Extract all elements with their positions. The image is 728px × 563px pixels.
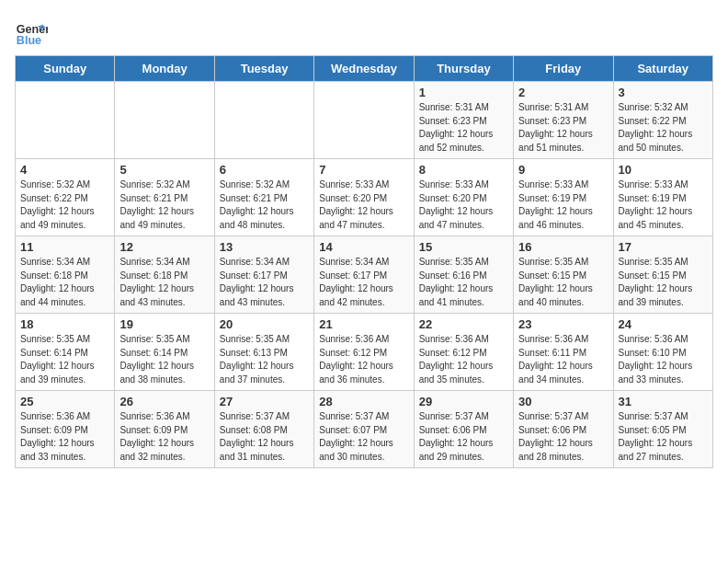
weekday-header: Wednesday	[314, 56, 414, 82]
day-info: Sunrise: 5:34 AM Sunset: 6:17 PM Dayligh…	[220, 256, 309, 309]
calendar-week-row: 1Sunrise: 5:31 AM Sunset: 6:23 PM Daylig…	[16, 82, 713, 159]
day-number: 19	[119, 317, 209, 331]
day-number: 18	[20, 317, 109, 331]
calendar-cell: 2Sunrise: 5:31 AM Sunset: 6:23 PM Daylig…	[514, 82, 613, 159]
calendar-cell: 6Sunrise: 5:32 AM Sunset: 6:21 PM Daylig…	[214, 159, 313, 236]
calendar-cell	[214, 82, 313, 159]
day-number: 28	[319, 395, 408, 408]
calendar-cell: 25Sunrise: 5:36 AM Sunset: 6:09 PM Dayli…	[16, 391, 115, 468]
svg-text:Blue: Blue	[17, 34, 41, 47]
calendar-cell: 5Sunrise: 5:32 AM Sunset: 6:21 PM Daylig…	[115, 159, 214, 236]
day-number: 24	[619, 317, 708, 331]
day-info: Sunrise: 5:35 AM Sunset: 6:13 PM Dayligh…	[220, 333, 309, 386]
calendar-week-row: 25Sunrise: 5:36 AM Sunset: 6:09 PM Dayli…	[16, 391, 713, 468]
calendar-cell: 21Sunrise: 5:36 AM Sunset: 6:12 PM Dayli…	[314, 314, 414, 391]
day-info: Sunrise: 5:33 AM Sunset: 6:19 PM Dayligh…	[518, 178, 608, 232]
day-number: 23	[518, 317, 608, 331]
calendar-cell: 28Sunrise: 5:37 AM Sunset: 6:07 PM Dayli…	[314, 391, 414, 468]
day-info: Sunrise: 5:33 AM Sunset: 6:20 PM Dayligh…	[419, 178, 508, 232]
day-number: 21	[319, 317, 408, 331]
day-info: Sunrise: 5:37 AM Sunset: 6:07 PM Dayligh…	[319, 410, 408, 464]
day-number: 16	[518, 240, 608, 254]
calendar-cell: 26Sunrise: 5:36 AM Sunset: 6:09 PM Dayli…	[115, 391, 214, 468]
day-info: Sunrise: 5:34 AM Sunset: 6:17 PM Dayligh…	[319, 256, 408, 309]
calendar-cell: 15Sunrise: 5:35 AM Sunset: 6:16 PM Dayli…	[414, 236, 513, 314]
day-info: Sunrise: 5:35 AM Sunset: 6:15 PM Dayligh…	[619, 256, 708, 309]
calendar-cell: 20Sunrise: 5:35 AM Sunset: 6:13 PM Dayli…	[214, 314, 313, 391]
day-number: 4	[20, 163, 109, 177]
calendar-cell: 1Sunrise: 5:31 AM Sunset: 6:23 PM Daylig…	[414, 82, 513, 159]
day-number: 11	[20, 240, 109, 254]
day-number: 31	[619, 395, 708, 408]
calendar-cell: 12Sunrise: 5:34 AM Sunset: 6:18 PM Dayli…	[115, 236, 214, 314]
day-number: 1	[419, 86, 508, 99]
day-info: Sunrise: 5:36 AM Sunset: 6:12 PM Dayligh…	[319, 333, 408, 386]
day-number: 8	[419, 163, 508, 177]
calendar-cell: 30Sunrise: 5:37 AM Sunset: 6:06 PM Dayli…	[514, 391, 613, 468]
day-info: Sunrise: 5:37 AM Sunset: 6:05 PM Dayligh…	[619, 410, 708, 464]
day-number: 20	[220, 317, 309, 331]
day-number: 26	[119, 395, 209, 408]
calendar-cell: 7Sunrise: 5:33 AM Sunset: 6:20 PM Daylig…	[314, 159, 414, 236]
day-info: Sunrise: 5:35 AM Sunset: 6:14 PM Dayligh…	[20, 333, 109, 386]
day-info: Sunrise: 5:36 AM Sunset: 6:12 PM Dayligh…	[419, 333, 508, 386]
day-info: Sunrise: 5:32 AM Sunset: 6:21 PM Dayligh…	[220, 178, 309, 232]
day-number: 13	[220, 240, 309, 254]
day-number: 22	[419, 317, 508, 331]
calendar-week-row: 4Sunrise: 5:32 AM Sunset: 6:22 PM Daylig…	[16, 159, 713, 236]
day-number: 12	[119, 240, 209, 254]
calendar-cell: 9Sunrise: 5:33 AM Sunset: 6:19 PM Daylig…	[514, 159, 613, 236]
calendar-cell: 17Sunrise: 5:35 AM Sunset: 6:15 PM Dayli…	[613, 236, 712, 314]
calendar-week-row: 18Sunrise: 5:35 AM Sunset: 6:14 PM Dayli…	[16, 314, 713, 391]
day-info: Sunrise: 5:36 AM Sunset: 6:09 PM Dayligh…	[20, 410, 109, 464]
day-info: Sunrise: 5:32 AM Sunset: 6:22 PM Dayligh…	[20, 178, 109, 232]
calendar-cell: 3Sunrise: 5:32 AM Sunset: 6:22 PM Daylig…	[613, 82, 712, 159]
calendar-cell: 31Sunrise: 5:37 AM Sunset: 6:05 PM Dayli…	[613, 391, 712, 468]
weekday-header: Saturday	[613, 56, 712, 82]
day-number: 2	[518, 86, 608, 99]
day-number: 25	[20, 395, 109, 408]
calendar-cell	[314, 82, 414, 159]
day-info: Sunrise: 5:32 AM Sunset: 6:21 PM Dayligh…	[119, 178, 209, 232]
calendar-cell: 16Sunrise: 5:35 AM Sunset: 6:15 PM Dayli…	[514, 236, 613, 314]
weekday-header-row: SundayMondayTuesdayWednesdayThursdayFrid…	[16, 56, 713, 82]
day-info: Sunrise: 5:37 AM Sunset: 6:06 PM Dayligh…	[419, 410, 508, 464]
calendar-week-row: 11Sunrise: 5:34 AM Sunset: 6:18 PM Dayli…	[16, 236, 713, 314]
calendar-cell: 29Sunrise: 5:37 AM Sunset: 6:06 PM Dayli…	[414, 391, 513, 468]
day-info: Sunrise: 5:32 AM Sunset: 6:22 PM Dayligh…	[619, 101, 708, 155]
day-info: Sunrise: 5:33 AM Sunset: 6:19 PM Dayligh…	[619, 178, 708, 232]
calendar-cell	[16, 82, 115, 159]
day-number: 15	[419, 240, 508, 254]
day-info: Sunrise: 5:35 AM Sunset: 6:14 PM Dayligh…	[119, 333, 209, 386]
weekday-header: Friday	[514, 56, 613, 82]
calendar-cell: 27Sunrise: 5:37 AM Sunset: 6:08 PM Dayli…	[214, 391, 313, 468]
calendar-cell: 18Sunrise: 5:35 AM Sunset: 6:14 PM Dayli…	[16, 314, 115, 391]
day-number: 30	[518, 395, 608, 408]
day-number: 7	[319, 163, 408, 177]
day-info: Sunrise: 5:36 AM Sunset: 6:11 PM Dayligh…	[518, 333, 608, 386]
day-number: 27	[220, 395, 309, 408]
logo: General Blue	[15, 15, 48, 48]
weekday-header: Tuesday	[214, 56, 313, 82]
day-number: 17	[619, 240, 708, 254]
calendar-cell: 8Sunrise: 5:33 AM Sunset: 6:20 PM Daylig…	[414, 159, 513, 236]
day-info: Sunrise: 5:35 AM Sunset: 6:15 PM Dayligh…	[518, 256, 608, 309]
day-number: 14	[319, 240, 408, 254]
calendar-cell: 11Sunrise: 5:34 AM Sunset: 6:18 PM Dayli…	[16, 236, 115, 314]
calendar-cell: 14Sunrise: 5:34 AM Sunset: 6:17 PM Dayli…	[314, 236, 414, 314]
day-info: Sunrise: 5:31 AM Sunset: 6:23 PM Dayligh…	[518, 101, 608, 155]
calendar-cell: 4Sunrise: 5:32 AM Sunset: 6:22 PM Daylig…	[16, 159, 115, 236]
calendar-cell: 10Sunrise: 5:33 AM Sunset: 6:19 PM Dayli…	[613, 159, 712, 236]
weekday-header: Monday	[115, 56, 214, 82]
calendar-cell	[115, 82, 214, 159]
day-info: Sunrise: 5:35 AM Sunset: 6:16 PM Dayligh…	[419, 256, 508, 309]
calendar-cell: 23Sunrise: 5:36 AM Sunset: 6:11 PM Dayli…	[514, 314, 613, 391]
day-info: Sunrise: 5:34 AM Sunset: 6:18 PM Dayligh…	[119, 256, 209, 309]
day-number: 9	[518, 163, 608, 177]
day-info: Sunrise: 5:31 AM Sunset: 6:23 PM Dayligh…	[419, 101, 508, 155]
calendar-cell: 13Sunrise: 5:34 AM Sunset: 6:17 PM Dayli…	[214, 236, 313, 314]
day-number: 6	[220, 163, 309, 177]
calendar-cell: 19Sunrise: 5:35 AM Sunset: 6:14 PM Dayli…	[115, 314, 214, 391]
weekday-header: Sunday	[16, 56, 115, 82]
day-info: Sunrise: 5:36 AM Sunset: 6:09 PM Dayligh…	[119, 410, 209, 464]
